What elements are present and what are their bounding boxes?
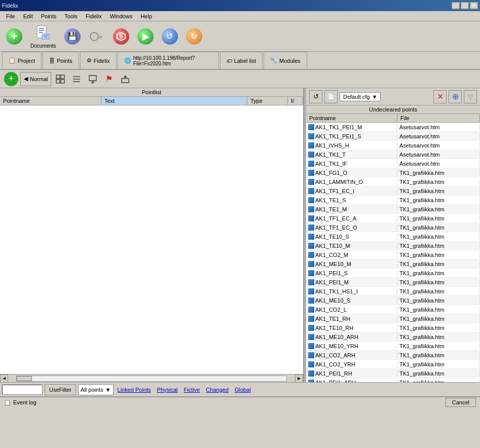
use-filter-button[interactable]: UseFilter bbox=[45, 384, 76, 395]
scroll-right-button[interactable]: ▶ bbox=[295, 375, 303, 383]
maximize-button[interactable]: □ bbox=[461, 2, 469, 9]
import-button[interactable] bbox=[86, 72, 100, 86]
fictive-filter[interactable]: Fictive bbox=[182, 387, 202, 393]
row-file: TK1_grafiikka.htm bbox=[397, 242, 480, 249]
table-row[interactable]: AK1_CO2_YRHTK1_grafiikka.htm bbox=[306, 360, 480, 369]
table-row[interactable]: AK1_TK1_HS1_ITK1_grafiikka.htm bbox=[306, 287, 480, 296]
new-button[interactable]: + bbox=[4, 27, 24, 46]
config-dropdown[interactable]: Default.cfg ▼ bbox=[340, 92, 381, 101]
row-icon bbox=[308, 215, 314, 221]
table-row[interactable]: AK1_ME10_STK1_grafiikka.htm bbox=[306, 296, 480, 305]
svg-rect-4 bbox=[42, 34, 49, 39]
event-log-item[interactable]: 📋 Event log bbox=[4, 399, 36, 406]
merge-button[interactable] bbox=[53, 72, 67, 86]
table-row[interactable]: AK1_TE10_STK1_grafiikka.htm bbox=[306, 232, 480, 241]
tab-project[interactable]: 📋 Project bbox=[2, 52, 42, 69]
row-icon bbox=[308, 380, 314, 383]
physical-filter[interactable]: Physical bbox=[155, 387, 180, 393]
labellist-tab-icon: 🏷 bbox=[227, 58, 232, 64]
table-row[interactable]: AK1_TE10_MTK1_grafiikka.htm bbox=[306, 241, 480, 250]
doc-right-button[interactable]: 📄 bbox=[324, 90, 338, 103]
menu-edit[interactable]: Edit bbox=[19, 12, 37, 20]
tab-modules[interactable]: 🔧 Modules bbox=[264, 52, 307, 69]
cancel-button[interactable]: Cancel bbox=[446, 398, 476, 407]
table-row[interactable]: AK1_TK1_PEI1_SAsetusarvot.htm bbox=[306, 132, 480, 141]
row-file: TK1_grafiikka.htm bbox=[397, 352, 480, 359]
flag-button[interactable]: ⚑ bbox=[102, 72, 116, 86]
normal-button[interactable]: ◀ Normal bbox=[20, 72, 51, 86]
refresh-button[interactable]: ↺ bbox=[160, 27, 180, 46]
add-point-button[interactable]: + bbox=[4, 72, 18, 86]
table-row[interactable]: AK1_TE1_STK1_grafiikka.htm bbox=[306, 196, 480, 205]
all-points-dropdown[interactable]: All points ▼ bbox=[78, 384, 114, 395]
table-row[interactable]: AK1_FG1_OTK1_grafiikka.htm bbox=[306, 168, 480, 177]
merge-icon bbox=[56, 74, 65, 84]
right-table-body[interactable]: AK1_TK1_PEI1_MAsetusarvot.htmAK1_TK1_PEI… bbox=[306, 123, 480, 382]
tab-points[interactable]: 🗄 Points bbox=[43, 52, 79, 69]
changed-filter[interactable]: Changed bbox=[204, 387, 231, 393]
menu-file[interactable]: File bbox=[2, 12, 19, 20]
fidelix-tab-icon: ⚙ bbox=[87, 57, 92, 64]
table-row[interactable]: AK1_CO2_LTK1_grafiikka.htm bbox=[306, 305, 480, 314]
refresh-right-button[interactable]: ↺ bbox=[309, 90, 322, 103]
svg-marker-23 bbox=[91, 82, 95, 84]
play-button[interactable]: ▶ bbox=[135, 27, 156, 46]
scroll-track[interactable] bbox=[16, 376, 287, 382]
table-row[interactable]: AK1_TE1_RHTK1_grafiikka.htm bbox=[306, 314, 480, 323]
nav-tabs: 📋 Project 🗄 Points ⚙ Fidelix 🌐 http://10… bbox=[0, 52, 480, 70]
table-row[interactable]: AK1_TF1_EC_ATK1_grafiikka.htm bbox=[306, 214, 480, 223]
row-pointname: AK1_TK1_IF bbox=[306, 160, 397, 167]
filter-input[interactable] bbox=[2, 385, 43, 395]
list-button[interactable] bbox=[69, 72, 84, 86]
filter2-button[interactable]: ⊕ bbox=[449, 90, 462, 103]
table-row[interactable]: AK1_CO2_MTK1_grafiikka.htm bbox=[306, 250, 480, 259]
table-row[interactable]: AK1_PEI1_MTK1_grafiikka.htm bbox=[306, 278, 480, 287]
table-row[interactable]: AK1_ME10_YRHTK1_grafiikka.htm bbox=[306, 342, 480, 351]
horizontal-scrollbar[interactable]: ◀ ▶ bbox=[0, 374, 303, 382]
menu-windows[interactable]: Windows bbox=[106, 12, 137, 20]
save-button[interactable]: 💾 bbox=[62, 27, 83, 46]
table-row[interactable]: AK1_TF1_EC_ITK1_grafiikka.htm bbox=[306, 186, 480, 196]
close-button[interactable]: ✕ bbox=[470, 2, 478, 9]
tab-url[interactable]: 🌐 http://10.100.1.198/Report?File=Fx2020… bbox=[118, 52, 219, 69]
linked-points-filter[interactable]: Linked Points bbox=[116, 387, 153, 393]
table-row[interactable]: AK1_TK1_IFAsetusarvot.htm bbox=[306, 159, 480, 168]
scroll-thumb[interactable] bbox=[17, 376, 32, 381]
table-row[interactable]: AK1_PEI1_STK1_grafiikka.htm bbox=[306, 269, 480, 278]
table-row[interactable]: AK1_TK1_PEI1_MAsetusarvot.htm bbox=[306, 123, 480, 132]
table-row[interactable]: AK1_TE10_RHTK1_grafiikka.htm bbox=[306, 323, 480, 332]
table-row[interactable]: AK1_ME10_MTK1_grafiikka.htm bbox=[306, 259, 480, 269]
table-row[interactable]: AK1_PEI1_ARHTK1_grafiikka.htm bbox=[306, 378, 480, 382]
scroll-left-button[interactable]: ◀ bbox=[0, 375, 8, 383]
orange-button[interactable]: ↻ bbox=[184, 27, 204, 46]
tab-fidelix[interactable]: ⚙ Fidelix bbox=[80, 52, 117, 69]
table-row[interactable]: AK1_TE1_MTK1_grafiikka.htm bbox=[306, 205, 480, 214]
svg-point-8 bbox=[92, 34, 96, 39]
table-row[interactable]: AK1_IVHS_HAsetusarvot.htm bbox=[306, 141, 480, 150]
stop-button[interactable]: S bbox=[111, 27, 131, 46]
row-icon bbox=[308, 316, 314, 322]
right-table-header: Pointname File bbox=[306, 114, 480, 123]
table-row[interactable]: AK1_LAMMITIN_OTK1_grafiikka.htm bbox=[306, 177, 480, 186]
table-row[interactable]: AK1_CO2_ARHTK1_grafiikka.htm bbox=[306, 351, 480, 360]
menu-tools[interactable]: Tools bbox=[60, 12, 82, 20]
table-row[interactable]: AK1_ME10_ARHTK1_grafiikka.htm bbox=[306, 332, 480, 342]
row-file: TK1_grafiikka.htm bbox=[397, 343, 480, 350]
filter3-button[interactable]: ▽ bbox=[464, 90, 477, 103]
row-file: TK1_grafiikka.htm bbox=[397, 178, 480, 185]
tab-labellist[interactable]: 🏷 Label list bbox=[220, 52, 263, 69]
export-button[interactable] bbox=[118, 72, 132, 86]
svg-rect-10 bbox=[100, 38, 102, 39]
menu-points[interactable]: Points bbox=[37, 12, 61, 20]
menu-help[interactable]: Help bbox=[136, 12, 156, 20]
table-row[interactable]: AK1_PEI1_RHTK1_grafiikka.htm bbox=[306, 369, 480, 378]
table-row[interactable]: AK1_TK1_TAsetusarvot.htm bbox=[306, 150, 480, 159]
svg-rect-17 bbox=[61, 80, 64, 83]
key-button[interactable] bbox=[87, 27, 107, 46]
filter1-button[interactable]: ✕ bbox=[433, 90, 447, 103]
menu-fidelix[interactable]: Fidelix bbox=[82, 12, 106, 20]
minimize-button[interactable]: – bbox=[452, 2, 460, 9]
table-row[interactable]: AK1_TF1_EC_OTK1_grafiikka.htm bbox=[306, 223, 480, 232]
global-filter[interactable]: Global bbox=[233, 387, 253, 393]
documents-button[interactable]: Documents bbox=[28, 23, 58, 50]
